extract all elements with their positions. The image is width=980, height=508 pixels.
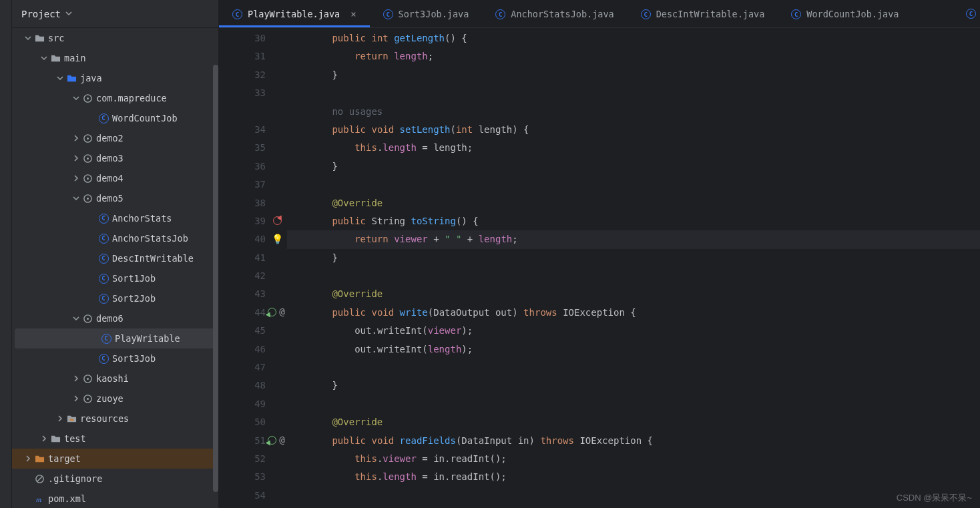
tree-item-main[interactable]: main [12, 48, 218, 68]
code-line[interactable]: out.writeInt(viewer); [287, 322, 980, 340]
code-line[interactable]: @Override [287, 194, 980, 212]
tab-sort3job-java[interactable]: CSort3Job.java [370, 0, 483, 27]
gutter-line[interactable]: 33 [219, 84, 287, 102]
tree-item-com-mapreduce[interactable]: com.mapreduce [12, 88, 218, 108]
gutter-line[interactable]: 32 [219, 66, 287, 84]
tab-wordcountjob-java[interactable]: CWordCountJob.java [778, 0, 912, 27]
code-line[interactable]: this.length = in.readInt(); [287, 468, 980, 486]
implements-icon[interactable]: @ [264, 435, 288, 447]
gutter-line[interactable]: 30 [219, 29, 287, 47]
gutter-line[interactable]: 53 [219, 468, 287, 486]
tab-playwritable-java[interactable]: CPlayWritable.java× [219, 0, 370, 27]
code-line[interactable] [287, 358, 980, 376]
code-line[interactable]: } [287, 158, 980, 176]
gutter[interactable]: 3031323334353637383940💡41424344@45464748… [219, 28, 287, 508]
chevron-down-icon[interactable] [55, 75, 65, 81]
tree-item-demo3[interactable]: demo3 [12, 148, 218, 168]
project-tree[interactable]: srcmainjavacom.mapreduceCWordCountJobdem… [12, 28, 218, 508]
override-icon[interactable] [271, 215, 283, 227]
chevron-right-icon[interactable] [71, 135, 81, 142]
chevron-right-icon[interactable] [71, 175, 81, 182]
gutter-line[interactable]: 35 [219, 139, 287, 157]
intention-bulb-icon[interactable]: 💡 [271, 233, 283, 245]
gutter-line[interactable]: 45 [219, 322, 287, 340]
tab-overflow[interactable]: C [958, 0, 980, 27]
gutter-line[interactable]: 38 [219, 194, 287, 212]
tab-descintwritable-java[interactable]: CDescIntWritable.java [628, 0, 778, 27]
code-line[interactable]: } [287, 376, 980, 395]
gutter-line[interactable]: 42 [219, 267, 287, 285]
code-line[interactable] [287, 395, 980, 413]
code-line[interactable]: public void readFields(DataInput in) thr… [287, 432, 980, 450]
code-line[interactable] [287, 487, 980, 505]
tree-item-java[interactable]: java [12, 68, 218, 88]
gutter-line[interactable]: 39 [219, 212, 287, 230]
tree-item-demo5[interactable]: demo5 [12, 188, 218, 208]
code-line[interactable] [287, 84, 980, 102]
chevron-down-icon[interactable] [39, 55, 49, 61]
tree-item-test[interactable]: test [12, 429, 218, 449]
tree-item-target[interactable]: target [12, 449, 218, 469]
code-line[interactable]: public int getLength() { [287, 29, 980, 47]
code-line[interactable]: } [287, 66, 980, 84]
chevron-down-icon[interactable] [71, 315, 81, 322]
tree-item-zuoye[interactable]: zuoye [12, 389, 218, 409]
inlay-hint[interactable]: no usages [287, 103, 980, 121]
code-line[interactable]: @Override [287, 413, 980, 431]
gutter-line[interactable]: 40💡 [219, 230, 287, 248]
code-line[interactable]: this.length = length; [287, 139, 980, 157]
code-line[interactable]: } [287, 249, 980, 267]
gutter-line[interactable]: 48 [219, 376, 287, 395]
tree-item-sort1job[interactable]: CSort1Job [12, 268, 218, 288]
tree-item--gitignore[interactable]: .gitignore [12, 469, 218, 489]
gutter-line[interactable]: 49 [219, 395, 287, 413]
gutter-line[interactable]: 44@ [219, 304, 287, 322]
tree-item-playwritable[interactable]: CPlayWritable [15, 328, 216, 348]
tree-item-demo6[interactable]: demo6 [12, 308, 218, 328]
gutter-line[interactable]: 34 [219, 121, 287, 139]
code-line[interactable]: this.viewer = in.readInt(); [287, 450, 980, 468]
editor-body[interactable]: 3031323334353637383940💡41424344@45464748… [219, 28, 980, 508]
tab-anchorstatsjob-java[interactable]: CAnchorStatsJob.java [482, 0, 627, 27]
tree-item-anchorstatsjob[interactable]: CAnchorStatsJob [12, 228, 218, 248]
code-content[interactable]: public int getLength() { return length; … [287, 28, 980, 508]
tree-item-kaoshi[interactable]: kaoshi [12, 368, 218, 389]
chevron-right-icon[interactable] [71, 375, 81, 382]
tree-item-sort2job[interactable]: CSort2Job [12, 288, 218, 308]
chevron-right-icon[interactable] [39, 435, 49, 442]
close-icon[interactable]: × [350, 9, 356, 19]
gutter-line[interactable]: 43 [219, 285, 287, 303]
gutter-line[interactable]: 52 [219, 450, 287, 468]
tree-item-sort3job[interactable]: CSort3Job [12, 348, 218, 368]
code-line[interactable]: public void write(DataOutput out) throws… [287, 304, 980, 322]
tree-item-descintwritable[interactable]: CDescIntWritable [12, 248, 218, 268]
tree-item-anchorstats[interactable]: CAnchorStats [12, 208, 218, 228]
code-line[interactable] [287, 267, 980, 285]
tree-item-pom-xml[interactable]: mpom.xml [12, 489, 218, 508]
code-line[interactable]: @Override [287, 285, 980, 303]
code-line[interactable]: public String toString() { [287, 212, 980, 230]
gutter-line[interactable]: 36 [219, 158, 287, 176]
chevron-right-icon[interactable] [71, 155, 81, 162]
tree-scrollbar[interactable] [213, 65, 218, 492]
gutter-line[interactable]: 54 [219, 487, 287, 505]
code-line[interactable]: return viewer + " " + length; [287, 230, 980, 248]
tree-item-resources[interactable]: resources [12, 409, 218, 429]
tree-item-wordcountjob[interactable]: CWordCountJob [12, 108, 218, 128]
tree-item-src[interactable]: src [12, 28, 218, 48]
code-line[interactable]: public void setLength(int length) { [287, 121, 980, 139]
gutter-line[interactable] [219, 103, 287, 121]
chevron-down-icon[interactable] [23, 35, 33, 41]
gutter-line[interactable]: 50 [219, 413, 287, 431]
project-panel-header[interactable]: Project [12, 0, 218, 28]
gutter-line[interactable]: 47 [219, 358, 287, 376]
gutter-line[interactable]: 31 [219, 47, 287, 65]
tree-item-demo4[interactable]: demo4 [12, 168, 218, 188]
code-line[interactable]: return length; [287, 47, 980, 65]
code-line[interactable]: out.writeInt(length); [287, 340, 980, 358]
gutter-line[interactable]: 51@ [219, 432, 287, 450]
gutter-line[interactable]: 37 [219, 176, 287, 194]
chevron-right-icon[interactable] [55, 415, 65, 422]
chevron-right-icon[interactable] [71, 395, 81, 402]
implements-icon[interactable]: @ [264, 306, 288, 318]
